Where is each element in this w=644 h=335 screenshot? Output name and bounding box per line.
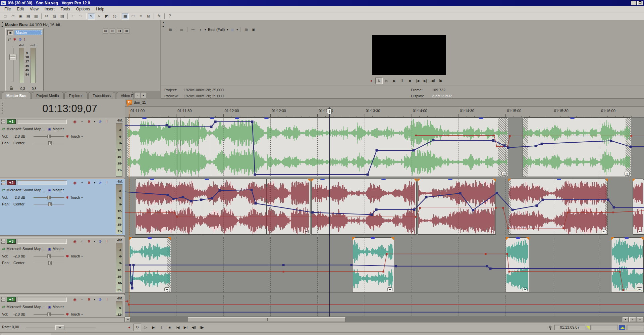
close-pane-icon[interactable]: ✕	[162, 21, 165, 24]
arm-for-record-icon[interactable]: ◉	[72, 239, 78, 244]
preview-menu-icon[interactable]: ▤	[167, 27, 173, 33]
volume-slider[interactable]	[34, 135, 64, 138]
track-minimize-restore-icon[interactable]	[1, 239, 5, 244]
horizontal-scrollbar[interactable]: ◂ ▸ ＋ −	[125, 317, 644, 322]
menu-help[interactable]: Help	[93, 6, 107, 12]
master-bus-view-icon[interactable]: ▤	[103, 29, 108, 34]
overlays-grid-icon[interactable]: ▦	[229, 27, 235, 33]
tab-master-bus[interactable]: Master Bus	[2, 92, 31, 99]
audio-event[interactable]: ◂▸	[633, 179, 644, 235]
audio-event[interactable]: ◂▸	[129, 237, 171, 292]
track-lane-4[interactable]	[125, 295, 644, 317]
cursor-time-field[interactable]: 01:13:09,07	[554, 325, 585, 330]
envelope-edit-tool-icon[interactable]: ≈	[96, 13, 103, 19]
play-button[interactable]: ▶	[391, 78, 398, 84]
render-as-icon[interactable]: ▥	[33, 13, 40, 19]
mute-icon[interactable]: ✖	[86, 297, 92, 302]
track-name-field[interactable]	[17, 180, 67, 185]
track-header-4[interactable]: ◀4◉≈✖▾⊘!⇄Microsoft Sound Map...▣MasterVo…	[0, 295, 125, 318]
event-fade-handle-icon[interactable]: ◂▸	[637, 287, 642, 291]
master-bus-grid-icon[interactable]: ▦	[124, 29, 129, 34]
redo-icon[interactable]: ↷	[77, 13, 84, 19]
automation-gear-icon[interactable]: ✱	[66, 195, 69, 200]
tabs-scroll-right-icon[interactable]: ▸	[141, 93, 146, 98]
go-to-start-button[interactable]: |◀	[414, 78, 421, 84]
master-fx-gear-icon[interactable]: ✱	[13, 37, 16, 42]
quality-caret2-icon[interactable]: ▾	[227, 28, 228, 31]
pan-slider-thumb[interactable]	[48, 202, 52, 206]
event-fade-handle-icon[interactable]: ◂▸	[164, 287, 169, 291]
loop-playback-button[interactable]: ↻	[375, 78, 383, 84]
playhead-handle[interactable]	[327, 108, 332, 114]
event-fade-handle-icon[interactable]: ◂▸	[410, 230, 415, 233]
master-bus-speaker-icon[interactable]: ◨	[117, 29, 122, 34]
solo-icon[interactable]: ⊘	[97, 181, 103, 185]
scroll-right-icon[interactable]: ▸	[623, 317, 629, 322]
go-to-start-button[interactable]: |◀	[174, 324, 181, 331]
event-fade-handle-icon[interactable]: ◂▸	[387, 287, 392, 291]
tab-project-media[interactable]: Project Media	[32, 92, 63, 99]
drag-grip[interactable]	[2, 102, 3, 115]
volume-slider-thumb[interactable]	[47, 254, 51, 258]
menu-insert[interactable]: Insert	[42, 6, 58, 12]
master-bus-insert-fx-icon[interactable]: ◫	[110, 29, 115, 34]
mute-caret-icon[interactable]: ▾	[93, 240, 96, 243]
restore-button[interactable]: ❐	[637, 1, 643, 5]
play-button[interactable]: ▶	[150, 324, 157, 331]
pan-slider-thumb[interactable]	[48, 261, 52, 265]
selection-length-field[interactable]	[627, 325, 644, 330]
save-icon[interactable]: ▣	[17, 13, 24, 19]
volume-slider[interactable]	[34, 196, 64, 199]
track-minimize-restore-icon[interactable]	[1, 119, 5, 124]
automation-caret-icon[interactable]: ▾	[82, 196, 83, 199]
track-lane-3[interactable]: ◂▸◂▸◂▸◂▸	[125, 237, 644, 293]
time-ruler[interactable]: 01:11:0001:11:3001:12:0001:12:3001:13:00…	[125, 107, 644, 117]
phase-icon[interactable]: !	[104, 239, 110, 243]
preview-quality-icon[interactable]: ◑	[197, 27, 204, 33]
audio-event[interactable]: ◂▸	[506, 237, 529, 292]
open-icon[interactable]: ▱	[9, 13, 16, 19]
previous-frame-button[interactable]: ◀‖	[190, 324, 198, 331]
zoom-out-icon[interactable]: −	[637, 317, 643, 322]
automation-gear-icon[interactable]: ✱	[66, 134, 69, 139]
undo-icon[interactable]: ↶	[69, 13, 76, 19]
track-envelope-icon[interactable]: ≈	[79, 297, 85, 301]
marker-tag[interactable]: 11	[126, 100, 132, 105]
pen-tool-icon[interactable]: ✎	[156, 13, 163, 19]
pan-slider[interactable]	[34, 261, 64, 265]
track-number-badge[interactable]: ◀3	[7, 239, 16, 244]
volume-slider[interactable]	[34, 313, 64, 316]
automation-caret-icon[interactable]: ▾	[82, 313, 83, 316]
enable-snapping-icon[interactable]: ▦	[122, 13, 129, 19]
selection-start-field[interactable]	[590, 325, 618, 330]
track-header-3[interactable]: ◀3◉≈✖▾⊘!⇄Microsoft Sound Map...▣MasterVo…	[0, 237, 125, 294]
mute-icon[interactable]: ✖	[86, 239, 92, 244]
zoom-in-icon[interactable]: ＋	[629, 317, 636, 322]
tab-explorer[interactable]: Explorer	[64, 92, 88, 99]
input-routing-icon[interactable]: ⇄	[2, 127, 5, 131]
time-display[interactable]: 01:13:09,07	[0, 99, 125, 117]
track-name-field[interactable]	[17, 119, 67, 124]
pan-slider[interactable]	[34, 202, 64, 206]
master-dim-icon[interactable]: !	[24, 37, 25, 42]
close-pane-icon[interactable]: ✕	[1, 21, 4, 24]
rate-slider-handle[interactable]: ◂▸	[55, 325, 64, 330]
tab-video-f[interactable]: Video F	[116, 92, 134, 99]
bus-assign-icon[interactable]: ▣	[48, 127, 51, 131]
project-properties-icon[interactable]: ▤	[25, 13, 32, 19]
event-fade-handle-icon[interactable]: ◂▸	[489, 230, 494, 233]
track-envelope-icon[interactable]: ≈	[79, 239, 85, 243]
volume-slider[interactable]	[34, 254, 64, 258]
input-routing-icon[interactable]: ⇄	[2, 188, 5, 192]
pin-pane-icon[interactable]: ◂	[1, 25, 3, 28]
audio-event[interactable]: ◂▸	[352, 237, 394, 292]
track-number-badge[interactable]: ◀2	[7, 180, 16, 185]
volume-slider-thumb[interactable]	[47, 196, 51, 199]
audio-event[interactable]: ◂▸	[523, 117, 631, 177]
track-header-2[interactable]: ◀2◉≈✖▾⊘!⇄Microsoft Sound Map...▣MasterVo…	[0, 179, 125, 236]
quality-caret-icon[interactable]: ▾	[205, 28, 206, 31]
event-fade-handle-icon[interactable]: ◂▸	[601, 230, 606, 233]
phase-icon[interactable]: !	[104, 181, 110, 185]
master-route-icon[interactable]: ▣	[7, 30, 13, 35]
volume-slider-thumb[interactable]	[47, 135, 51, 138]
